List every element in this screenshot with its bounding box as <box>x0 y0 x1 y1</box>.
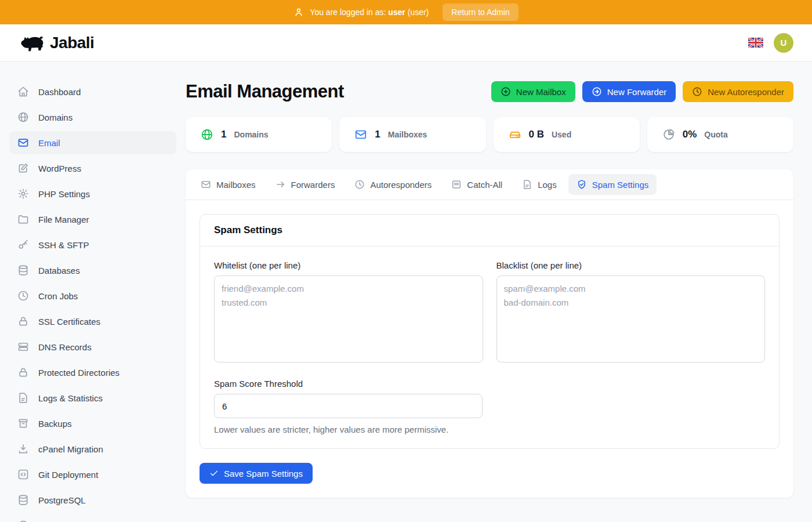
whitelist-textarea[interactable] <box>214 276 483 362</box>
sidebar-item-cron-jobs[interactable]: Cron Jobs <box>9 284 176 307</box>
tab-catch-all[interactable]: Catch-All <box>443 174 510 195</box>
mail-icon <box>201 179 211 190</box>
sidebar: DashboardDomainsEmailWordPressPHP Settin… <box>0 61 186 522</box>
person-icon <box>293 7 304 17</box>
sidebar-item-label: SSL Certificates <box>38 317 100 327</box>
sidebar-item-label: Databases <box>38 266 80 276</box>
sidebar-item-label: PostgreSQL <box>38 495 86 505</box>
sidebar-item-label: Backups <box>38 419 72 429</box>
tab-label: Forwarders <box>291 180 335 190</box>
sidebar-item-label: File Manager <box>38 215 89 224</box>
home-icon <box>17 86 29 97</box>
user-avatar[interactable]: U <box>774 33 793 53</box>
clock-icon <box>692 86 702 97</box>
sidebar-item-protected-directories[interactable]: Protected Directories <box>9 361 176 384</box>
return-to-admin-button[interactable]: Return to Admin <box>443 3 518 21</box>
lock-icon <box>17 367 29 378</box>
stat-value: 1 <box>221 129 226 140</box>
page-title: Email Management <box>186 81 344 102</box>
blacklist-textarea[interactable] <box>496 276 766 362</box>
sidebar-item-postgresql[interactable]: PostgreSQL <box>9 488 176 512</box>
stat-value: 1 <box>375 129 380 140</box>
impersonation-username: user <box>388 8 405 17</box>
sidebar-item-label: Git Deployment <box>38 470 98 480</box>
save-spam-settings-button[interactable]: Save Spam Settings <box>200 463 313 484</box>
sidebar-item-ssl-certificates[interactable]: SSL Certificates <box>9 310 176 333</box>
sidebar-item-partial[interactable] <box>9 514 176 522</box>
mail-icon <box>354 128 367 141</box>
clock-icon <box>17 290 29 302</box>
impersonation-bar: You are logged in as: user (user) Return… <box>0 0 812 24</box>
new-forwarder-button[interactable]: New Forwarder <box>582 81 676 102</box>
button-label: New Forwarder <box>607 87 667 97</box>
download-icon <box>17 443 29 455</box>
tab-label: Mailboxes <box>216 180 256 190</box>
stat-label: Mailboxes <box>388 130 427 139</box>
tab-logs[interactable]: Logs <box>514 174 565 195</box>
button-label: New Autoresponder <box>708 87 784 97</box>
threshold-label: Spam Score Threshold <box>214 379 483 389</box>
brand-name: Jabali <box>50 34 94 52</box>
gear-icon <box>17 188 29 200</box>
stat-value: 0 B <box>529 129 544 140</box>
sidebar-item-php-settings[interactable]: PHP Settings <box>9 182 176 205</box>
stat-label: Used <box>552 130 571 139</box>
sidebar-item-label: cPanel Migration <box>38 444 103 454</box>
sidebar-item-backups[interactable]: Backups <box>9 412 176 435</box>
tab-spam-settings[interactable]: Spam Settings <box>568 174 657 195</box>
sidebar-item-label: WordPress <box>38 164 81 173</box>
spam-settings-panel: Spam Settings Whitelist (one per line) B… <box>200 214 780 449</box>
blacklist-label: Blacklist (one per line) <box>496 260 766 270</box>
sidebar-item-label: SSH & SFTP <box>38 240 89 250</box>
sidebar-item-file-manager[interactable]: File Manager <box>9 208 176 231</box>
stat-label: Domains <box>234 130 268 139</box>
whitelist-label: Whitelist (one per line) <box>214 260 483 270</box>
tab-autoresponders[interactable]: Autoresponders <box>346 174 440 195</box>
tab-label: Catch-All <box>467 180 502 190</box>
stat-card-used: 0 BUsed <box>494 117 640 152</box>
sidebar-item-wordpress[interactable]: WordPress <box>9 157 176 180</box>
tab-forwarders[interactable]: Forwarders <box>267 174 343 195</box>
stat-card-mailboxes: 1Mailboxes <box>339 117 485 152</box>
lock-icon <box>17 316 29 327</box>
tab-bar: MailboxesForwardersAutorespondersCatch-A… <box>186 169 793 200</box>
inbox-icon <box>451 179 462 190</box>
server-icon <box>17 341 29 353</box>
sidebar-item-cpanel-migration[interactable]: cPanel Migration <box>9 437 176 461</box>
stat-card-quota: 0%Quota <box>647 117 793 152</box>
pie-icon <box>662 128 675 141</box>
uk-flag-icon[interactable] <box>748 37 763 48</box>
sidebar-item-databases[interactable]: Databases <box>9 259 176 282</box>
sidebar-item-email[interactable]: Email <box>9 131 176 154</box>
sidebar-item-label: DNS Records <box>38 342 92 352</box>
file-icon <box>17 392 29 404</box>
stat-value: 0% <box>683 129 697 140</box>
sidebar-item-label: Email <box>38 138 60 148</box>
new-mailbox-button[interactable]: New Mailbox <box>491 81 575 102</box>
sidebar-item-dns-records[interactable]: DNS Records <box>9 335 176 358</box>
stat-card-domains: 1Domains <box>186 117 332 152</box>
tab-mailboxes[interactable]: Mailboxes <box>193 174 264 195</box>
stat-label: Quota <box>704 130 727 139</box>
code-icon <box>17 469 29 480</box>
sidebar-item-label: Dashboard <box>38 87 81 97</box>
sidebar-item-ssh-sftp[interactable]: SSH & SFTP <box>9 233 176 256</box>
threshold-help-text: Lower values are stricter, higher values… <box>214 425 483 434</box>
sidebar-item-label: Logs & Statistics <box>38 393 103 403</box>
sidebar-item-label: Protected Directories <box>38 368 119 378</box>
sidebar-item-dashboard[interactable]: Dashboard <box>9 80 176 103</box>
impersonation-text: You are logged in as: user (user) <box>310 8 429 17</box>
brand[interactable]: Jabali <box>19 32 94 53</box>
sidebar-item-git-deployment[interactable]: Git Deployment <box>9 463 176 486</box>
spam-threshold-input[interactable] <box>214 394 483 418</box>
new-autoresponder-button[interactable]: New Autoresponder <box>683 81 793 102</box>
database-icon <box>17 494 29 506</box>
folder-icon <box>17 213 29 225</box>
mail-icon <box>17 137 29 148</box>
plus-circle-icon <box>501 86 511 97</box>
sidebar-item-logs-statistics[interactable]: Logs & Statistics <box>9 386 176 409</box>
tab-label: Logs <box>538 180 557 190</box>
sidebar-item-label: Cron Jobs <box>38 291 78 301</box>
check-icon <box>209 469 219 478</box>
sidebar-item-domains[interactable]: Domains <box>9 106 176 129</box>
